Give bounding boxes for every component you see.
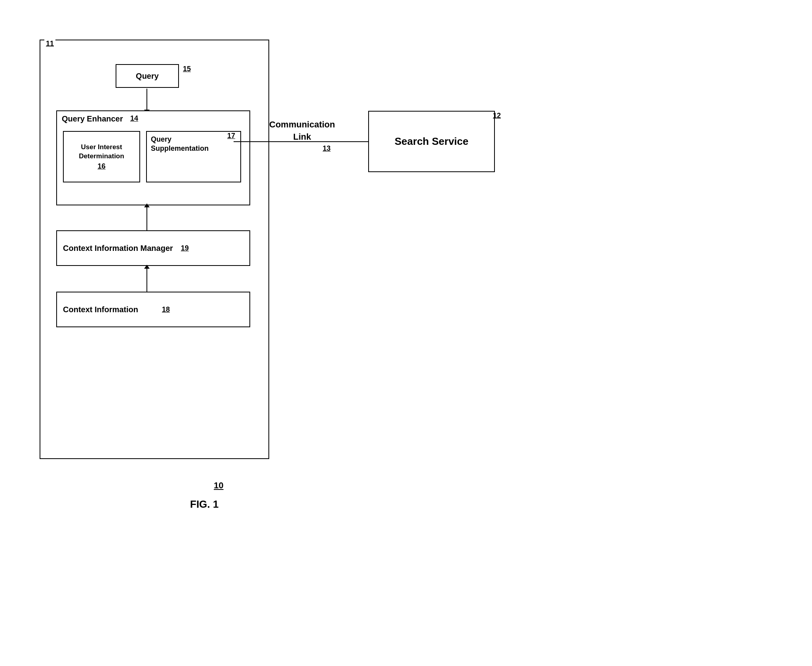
ci-ref: 18 xyxy=(162,305,170,314)
search-service-label: Search Service xyxy=(395,135,468,148)
cim-box: Context Information Manager 19 xyxy=(56,230,250,266)
query-enhancer-box: Query Enhancer 14 User InterestDetermina… xyxy=(56,110,250,205)
search-service-ref: 12 xyxy=(493,112,501,120)
comm-link-ref: 13 xyxy=(323,144,331,153)
uid-ref: 16 xyxy=(97,162,105,171)
query-box: Query xyxy=(116,64,179,88)
arrow-query-to-enhancer xyxy=(146,89,147,110)
outer-box-ref: 11 xyxy=(44,40,55,48)
figure-ref-10: 10 xyxy=(214,480,223,491)
query-enhancer-label: Query Enhancer xyxy=(62,114,123,123)
query-enhancer-ref: 14 xyxy=(130,114,138,123)
qs-label: QuerySupplementation xyxy=(151,135,209,154)
search-service-box: Search Service xyxy=(368,111,495,172)
query-label: Query xyxy=(136,72,159,81)
outer-box-11: 11 Query 15 Query Enhancer 14 User Inter… xyxy=(40,40,269,459)
uid-box: User InterestDetermination 16 xyxy=(63,131,140,182)
qs-box: QuerySupplementation xyxy=(146,131,241,182)
qs-ref: 17 xyxy=(227,132,235,140)
comm-link-label: CommunicationLink xyxy=(269,119,335,143)
figure-label: FIG. 1 xyxy=(190,498,219,510)
ci-label: Context Information xyxy=(63,305,138,314)
uid-label: User InterestDetermination xyxy=(79,143,124,160)
query-ref: 15 xyxy=(183,65,191,73)
arrow-cim-to-enhancer xyxy=(146,207,147,230)
ci-box: Context Information 18 xyxy=(56,292,250,327)
cim-label: Context Information Manager xyxy=(63,244,173,253)
arrow-ci-to-cim xyxy=(146,268,147,292)
cim-ref: 19 xyxy=(181,244,189,252)
diagram-area: 11 Query 15 Query Enhancer 14 User Inter… xyxy=(24,24,800,578)
